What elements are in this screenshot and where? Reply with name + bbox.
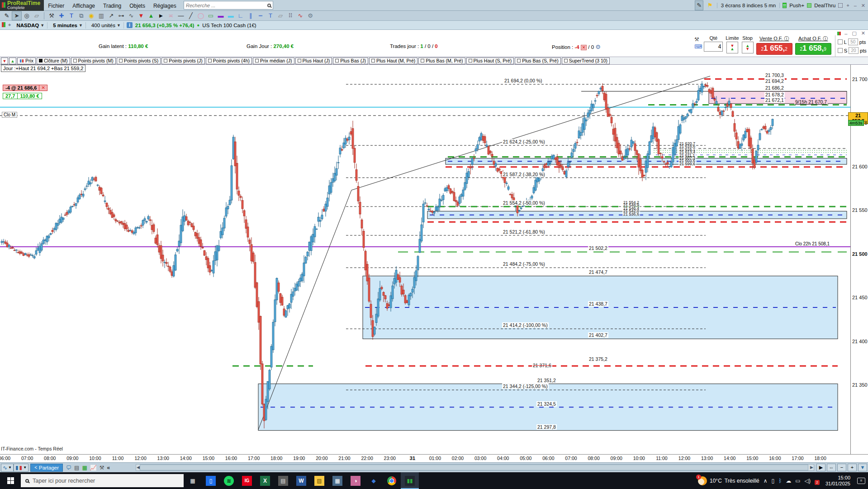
collapse-button[interactable]: « [106,465,112,471]
menu-affichage[interactable]: Affichage [68,1,99,11]
pin-icon[interactable]: ⌖ [845,3,850,9]
close-button[interactable]: ✕ [860,3,866,9]
close-position-x[interactable]: ✕ [39,85,47,91]
ellipse-icon[interactable]: ◯ [196,11,206,20]
trend-arrow-icon[interactable]: ↗ [106,11,116,20]
tab-plus-bas-m-pre[interactable]: Plus Bas (M, Pré) [418,58,465,64]
buy-button[interactable]: 21 658,9 [795,43,831,55]
taskbar-app-chrome[interactable] [383,472,401,489]
start-button[interactable] [0,472,21,489]
tab-points-pivots-m[interactable]: Points pivots (M) [71,58,116,64]
limit-checkbox[interactable] [838,39,843,44]
tray-phone-icon[interactable]: ▯ [772,478,775,484]
global-search[interactable] [184,1,273,10]
onedrive-icon[interactable]: ☁ [786,478,791,484]
taskbar-app-prorealtime[interactable]: ▮▮ [401,472,419,489]
position-settings-icon[interactable]: ⚙ [595,43,601,50]
chart-canvas[interactable] [0,65,850,454]
layout-icon[interactable] [838,3,843,8]
dotted-grid-icon[interactable]: ⠿ [285,11,295,20]
dashed-line-icon[interactable]: ┅ [256,11,266,20]
segment-cyan-icon[interactable]: ▬ [226,11,236,20]
menu-reglages[interactable]: Réglages [149,1,180,11]
order-settings-icon[interactable]: ⚒ [694,36,702,43]
bluetooth-icon[interactable]: ᛒ [778,478,782,484]
time-axis[interactable]: 06:0007:0008:0009:0010:0011:0012:0013:00… [0,454,868,462]
tab-plus-bas-s-pre[interactable]: Plus Bas (S, Pré) [515,58,561,64]
taskbar-app-spotify[interactable]: ≋ [220,472,238,489]
checkbox-icon[interactable] [255,59,259,62]
tab-supertrend-3-10[interactable]: SuperTrend (3 10) [562,58,610,64]
taskbar-clock[interactable]: 15:0031/01/2025 [825,475,850,487]
tab-points-pivots-s[interactable]: Points pivots (S) [117,58,161,64]
alert-bell-icon[interactable]: ◉ [86,11,96,20]
scroll-right-icon[interactable]: ▶ [810,465,813,470]
qty-input[interactable] [704,42,723,52]
parallel-lines-icon[interactable]: ∥ [246,11,256,20]
timeframe-selector[interactable]: 5 minutes▼ [50,22,86,29]
checkbox-icon[interactable] [517,59,521,62]
chart-mode-button[interactable]: ✎ [695,0,703,10]
stop-order-button[interactable]: ▲▼ [742,42,754,53]
comment-icon[interactable]: 🗩 [65,465,73,471]
pencil-icon[interactable]: ✎ [2,11,12,20]
print-icon[interactable]: ▼ [858,464,867,471]
taskbar-app-task-view[interactable]: ▦ [184,472,202,489]
report-icon[interactable]: ▤ [73,465,81,471]
taskbar-search[interactable]: Taper ici pour rechercher [21,474,184,487]
checkbox-icon[interactable] [335,59,339,62]
limit-order-button[interactable]: ▼▲ [726,42,738,53]
menu-objets[interactable]: Objets [125,1,149,11]
checkbox-icon[interactable] [298,59,301,62]
weather-widget[interactable]: 1 10°C Très ensoleillé [698,476,759,485]
taskbar-app-ig-trading[interactable]: IG [238,472,256,489]
taskbar-app-word[interactable]: W [292,472,310,489]
zoom-in-icon[interactable]: + [848,464,857,471]
flag-icon[interactable]: ⚑ [706,1,714,10]
share-button[interactable]: <Partager [30,464,63,472]
polyline-icon[interactable]: ∿ [126,11,136,20]
dealthru-icon[interactable] [807,3,811,8]
tab-prix-median-j[interactable]: Prix médian (J) [253,58,294,64]
trash-icon[interactable]: ▥ [96,11,106,20]
menu-fichier[interactable]: Fichier [44,1,68,11]
horizontal-line-icon[interactable]: — [176,11,186,20]
zoom-icon[interactable]: ◎ [22,11,32,20]
settings-wrench-icon[interactable]: ⚒ [98,465,106,471]
checkbox-icon[interactable] [119,59,123,62]
tab-plus-haut-j[interactable]: Plus Haut (J) [295,58,332,64]
volume-icon[interactable]: ◁) [805,478,811,484]
chart-area[interactable]: 21 694,2 (0,00 %)21 624,2 (-25,00 %)21 5… [0,65,868,454]
instrument-selector[interactable]: NASDAQ▼ [14,22,47,29]
checkbox-icon[interactable] [73,59,77,62]
limit-points-input[interactable]: 50 [848,38,858,45]
indicator-down-button[interactable]: ▼ [1,58,8,64]
menu-trading[interactable]: Trading [99,1,125,11]
checkbox-icon[interactable] [371,59,375,62]
indicator-up-button[interactable]: ▲ [9,58,16,64]
gear-icon[interactable]: ⚙ [305,11,315,20]
search-icon[interactable] [267,4,271,7]
update-badge-icon[interactable]: 2 [815,480,820,485]
network-icon[interactable]: ▭ [795,478,800,484]
tray-chevron-icon[interactable]: ∧ [764,478,768,484]
chart-list-icon[interactable]: 📈 [89,465,98,471]
checkbox-icon[interactable] [564,59,568,62]
tools-icon[interactable]: ⚒ [47,11,57,20]
arrow-right-icon[interactable]: ► [156,11,166,20]
workspace-selector[interactable]: 3 écrans 8 indices 5 mn [717,3,780,8]
cursor-icon[interactable]: ➤ [12,11,22,20]
text-icon[interactable]: T [66,11,76,20]
scroll-left-icon[interactable]: ◀ [137,465,140,470]
tab-prix[interactable]: ▮▮Prix [17,58,36,64]
fib-retracement-icon[interactable]: ≍ [166,11,176,20]
taskbar-app-printer[interactable]: ▤ [274,472,292,489]
link-segments-icon[interactable]: ⊶ [116,11,126,20]
rectangle-icon[interactable]: ▭ [206,11,216,20]
checkbox-icon[interactable] [208,59,212,62]
tab-plus-haut-s-pre[interactable]: Plus Haut (S, Pré) [466,58,514,64]
ruler-icon[interactable]: ▱ [32,11,42,20]
line-style-button[interactable]: ∿▼ [1,464,14,472]
zoom-out-icon[interactable]: − [837,464,846,471]
tab-plus-haut-m-pre[interactable]: Plus Haut (M, Pré) [369,58,417,64]
